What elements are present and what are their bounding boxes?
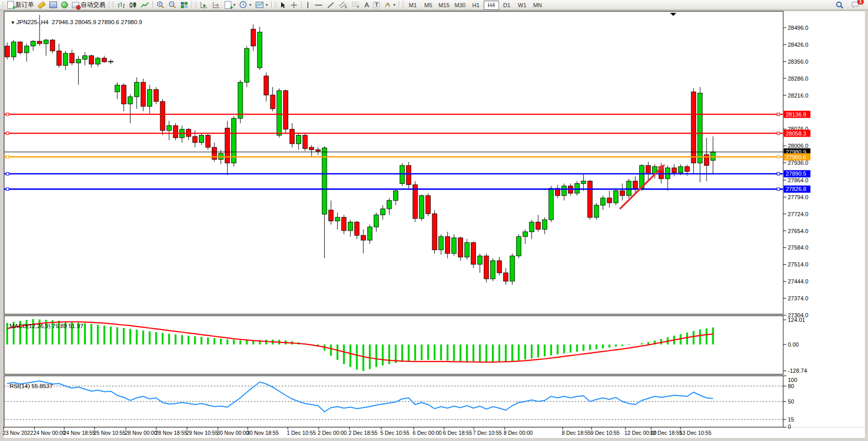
tab-h1[interactable]: H1 xyxy=(468,1,484,10)
svg-text:9 Dec 10:55: 9 Dec 10:55 xyxy=(590,430,620,436)
tab-h4[interactable]: H4 xyxy=(484,1,499,10)
candlestick-chart-button[interactable] xyxy=(127,1,139,10)
svg-text:124.01: 124.01 xyxy=(788,317,805,323)
candlestick-chart-icon xyxy=(129,2,137,9)
chevron-down-icon: ▾ xyxy=(393,3,395,7)
svg-text:30 Nov 00:00: 30 Nov 00:00 xyxy=(217,430,249,436)
tab-d1[interactable]: D1 xyxy=(499,1,514,10)
arrows-button[interactable]: ▾ xyxy=(382,1,397,10)
highlighter-button[interactable] xyxy=(36,1,47,10)
periodicity-button[interactable]: ▾ xyxy=(237,1,253,10)
bar-chart-icon xyxy=(117,2,125,9)
autotrading-button[interactable]: 自动交易 xyxy=(70,1,107,10)
tab-w1[interactable]: W1 xyxy=(514,1,530,10)
vertical-line-button[interactable] xyxy=(303,1,312,10)
tab-m5[interactable]: M5 xyxy=(420,1,436,10)
svg-text:27654.0: 27654.0 xyxy=(788,228,808,234)
svg-text:7 Dec 10:55: 7 Dec 10:55 xyxy=(473,430,502,436)
metaeditor-button[interactable] xyxy=(47,1,59,10)
trendline-button[interactable] xyxy=(325,1,337,10)
svg-text:25 Nov 10:55: 25 Nov 10:55 xyxy=(94,430,126,436)
zoom-in-icon xyxy=(157,1,164,9)
tab-m15[interactable]: M15 xyxy=(436,1,452,10)
chart-canvas[interactable]: 28496.028426.028356.028286.028216.028076… xyxy=(0,0,868,441)
svg-text:E: E xyxy=(345,5,347,9)
metaeditor-icon xyxy=(49,2,57,8)
svg-text:8 Dec 18:55: 8 Dec 18:55 xyxy=(562,430,591,436)
text-icon: A xyxy=(364,2,369,8)
text-label-button[interactable]: T xyxy=(371,1,382,10)
svg-text:100: 100 xyxy=(788,377,797,383)
chart-shift-icon xyxy=(212,2,220,9)
tab-mn[interactable]: MN xyxy=(530,1,545,10)
chart-menu-icon[interactable]: ▼ xyxy=(10,20,16,25)
chart-title: ▼ JPN225-,H4 27946.3 28045.9 27890.6 279… xyxy=(7,13,142,25)
rsi-pane[interactable] xyxy=(4,376,783,427)
zoom-out-button[interactable] xyxy=(167,1,178,10)
macd-values: 79.89 51.97 xyxy=(52,323,83,329)
chart-shift-button[interactable] xyxy=(210,1,223,10)
new-order-button[interactable]: 新订单 xyxy=(5,1,36,10)
svg-text:0: 0 xyxy=(788,424,791,430)
autotrading-label: 自动交易 xyxy=(81,1,105,9)
equidistant-channel-button[interactable]: E xyxy=(337,1,349,10)
svg-text:13 Dec 10:55: 13 Dec 10:55 xyxy=(679,430,712,436)
svg-text:0.00: 0.00 xyxy=(788,341,799,348)
svg-text:6 Dec 18:55: 6 Dec 18:55 xyxy=(443,430,472,436)
svg-text:28 Nov 00:00: 28 Nov 00:00 xyxy=(125,430,157,436)
svg-text:2 Dec 00:00: 2 Dec 00:00 xyxy=(318,430,347,436)
svg-text:80: 80 xyxy=(788,383,794,389)
tile-windows-button[interactable] xyxy=(178,1,190,10)
horizontal-line-button[interactable] xyxy=(312,1,325,10)
profiles-button[interactable]: ▾ xyxy=(253,1,270,10)
svg-text:-128.74: -128.74 xyxy=(788,368,807,374)
svg-text:27444.0: 27444.0 xyxy=(788,278,808,284)
text-button[interactable]: A xyxy=(362,1,371,10)
svg-text:50: 50 xyxy=(788,398,794,405)
cursor-button[interactable] xyxy=(278,1,288,10)
svg-text:28058.3: 28058.3 xyxy=(786,130,806,137)
tile-windows-icon xyxy=(180,2,188,9)
crosshair-button[interactable] xyxy=(288,1,300,10)
toolbar: 新订单 自动交易 ▾ ▾ ▾ xyxy=(0,0,868,10)
bar-chart-button[interactable] xyxy=(115,1,127,10)
fibonacci-icon: F xyxy=(352,1,360,9)
highlighter-icon xyxy=(38,1,46,9)
svg-text:24 Nov 18:55: 24 Nov 18:55 xyxy=(63,430,96,436)
trendline-icon xyxy=(327,2,335,9)
chat-button[interactable]: 1 xyxy=(849,1,862,10)
chevron-down-icon: ▾ xyxy=(233,3,235,7)
tab-m30[interactable]: M30 xyxy=(452,1,468,10)
svg-text:28 Nov 18:55: 28 Nov 18:55 xyxy=(155,430,188,436)
tab-m1[interactable]: M1 xyxy=(405,1,420,10)
svg-text:28426.0: 28426.0 xyxy=(788,42,808,48)
ohlc-values: 27946.3 28045.9 27890.6 27980.9 xyxy=(52,19,142,25)
vertical-line-icon xyxy=(305,2,310,9)
svg-text:27864.0: 27864.0 xyxy=(788,177,808,183)
signal-button[interactable] xyxy=(59,1,70,10)
search-button[interactable] xyxy=(834,1,846,10)
new-chart-icon xyxy=(225,1,231,9)
auto-scroll-button[interactable] xyxy=(198,1,210,10)
zoom-in-button[interactable] xyxy=(155,1,167,10)
text-label-icon: T xyxy=(373,2,380,8)
line-chart-button[interactable] xyxy=(139,1,151,10)
fibonacci-button[interactable]: F xyxy=(349,1,362,10)
toolbar-grip xyxy=(2,2,4,9)
svg-text:28006.0: 28006.0 xyxy=(788,143,808,149)
svg-text:24 Nov 00:00: 24 Nov 00:00 xyxy=(33,430,66,436)
rsi-value: 55.8537 xyxy=(31,383,53,389)
chevron-down-icon: ▾ xyxy=(249,3,251,7)
svg-text:15: 15 xyxy=(788,416,794,423)
svg-text:27960.6: 27960.6 xyxy=(786,154,806,160)
notification-badge: 1 xyxy=(857,0,864,5)
svg-text:27724.0: 27724.0 xyxy=(788,211,808,217)
crosshair-icon xyxy=(290,2,298,9)
clock-icon xyxy=(239,1,247,9)
main-pane[interactable] xyxy=(4,11,783,314)
svg-text:27374.0: 27374.0 xyxy=(788,295,808,301)
new-chart-button[interactable]: ▾ xyxy=(223,1,237,10)
new-order-label: 新订单 xyxy=(15,1,34,9)
equidistant-channel-icon: E xyxy=(339,1,347,9)
profiles-icon xyxy=(255,2,264,8)
